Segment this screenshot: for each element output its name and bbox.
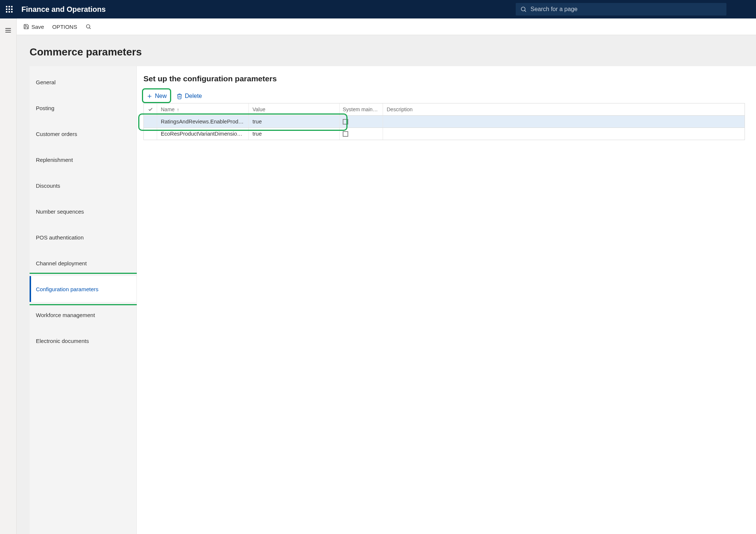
options-label: OPTIONS	[52, 24, 77, 30]
save-button[interactable]: Save	[23, 24, 44, 30]
table-row[interactable]: RatingsAndReviews.EnableProd…true	[143, 116, 745, 128]
svg-rect-5	[11, 8, 13, 10]
sidenav-item[interactable]: Configuration parameters	[30, 276, 136, 302]
sidenav-item[interactable]: Discounts	[30, 173, 136, 198]
action-bar: Save OPTIONS	[17, 18, 756, 35]
col-name[interactable]: Name↑	[157, 103, 249, 115]
sidenav-item[interactable]: Electronic documents	[30, 328, 136, 354]
cell-system[interactable]	[340, 128, 383, 140]
col-description[interactable]: Description	[383, 103, 745, 115]
left-rail	[0, 18, 17, 534]
cell-name[interactable]: EcoResProductVariantDimensio…	[157, 128, 249, 140]
cell-value[interactable]: true	[249, 128, 340, 140]
table-row[interactable]: EcoResProductVariantDimensio…true	[143, 128, 745, 140]
sidenav-item[interactable]: General	[30, 69, 136, 95]
sidenav-item[interactable]: Workforce management	[30, 302, 136, 328]
detail-pane: Set up the configuration parameters New …	[137, 66, 756, 534]
row-select[interactable]	[144, 128, 157, 140]
new-label: New	[155, 93, 167, 99]
grid-toolbar: New Delete	[144, 91, 756, 101]
svg-line-10	[525, 10, 526, 11]
cell-description[interactable]	[383, 116, 745, 127]
top-bar: Finance and Operations	[0, 0, 756, 18]
new-button[interactable]: New	[144, 91, 169, 101]
col-system[interactable]: System maintai…	[340, 103, 383, 115]
svg-rect-6	[6, 11, 7, 13]
search-box[interactable]	[516, 3, 726, 16]
search-icon	[520, 6, 527, 13]
checkbox-icon	[343, 119, 348, 125]
svg-rect-2	[11, 6, 13, 7]
svg-line-15	[89, 28, 91, 29]
sort-asc-icon: ↑	[177, 107, 179, 112]
svg-rect-1	[9, 6, 10, 7]
save-icon	[23, 24, 29, 30]
sidenav-item[interactable]: Number sequences	[30, 198, 136, 224]
grid: Name↑ Value System maintai… Description …	[143, 103, 745, 140]
hamburger-icon[interactable]	[0, 23, 16, 38]
cell-value[interactable]: true	[249, 116, 340, 127]
check-icon	[148, 107, 153, 112]
svg-rect-7	[9, 11, 10, 13]
waffle-icon[interactable]	[0, 0, 18, 18]
svg-rect-3	[6, 8, 7, 10]
checkbox-icon	[343, 131, 348, 137]
cell-description[interactable]	[383, 128, 745, 140]
sidenav-item[interactable]: Channel deployment	[30, 250, 136, 276]
search-icon	[85, 24, 91, 30]
actionbar-search-button[interactable]	[85, 24, 91, 30]
grid-header: Name↑ Value System maintai… Description	[143, 103, 745, 116]
select-all-header[interactable]	[144, 103, 157, 115]
plus-icon	[146, 93, 153, 99]
svg-rect-4	[9, 8, 10, 10]
row-select[interactable]	[144, 116, 157, 127]
cell-system[interactable]	[340, 116, 383, 127]
sidenav-item[interactable]: Posting	[30, 95, 136, 121]
app-title: Finance and Operations	[18, 5, 106, 14]
delete-label: Delete	[185, 93, 202, 99]
col-value[interactable]: Value	[249, 103, 340, 115]
section-title: Set up the configuration parameters	[143, 74, 756, 83]
sidenav-item[interactable]: POS authentication	[30, 224, 136, 250]
cell-name[interactable]: RatingsAndReviews.EnableProd…	[157, 116, 249, 127]
svg-rect-0	[6, 6, 7, 7]
svg-point-9	[521, 7, 525, 11]
page-title: Commerce parameters	[30, 46, 756, 58]
save-label: Save	[31, 24, 44, 30]
svg-point-14	[86, 25, 89, 28]
options-button[interactable]: OPTIONS	[52, 24, 77, 30]
search-input[interactable]	[530, 6, 722, 13]
sidenav-item[interactable]: Customer orders	[30, 121, 136, 147]
trash-icon	[176, 93, 183, 99]
delete-button[interactable]: Delete	[174, 91, 204, 101]
side-nav: GeneralPostingCustomer ordersReplenishme…	[30, 66, 137, 534]
sidenav-item[interactable]: Replenishment	[30, 147, 136, 173]
svg-rect-8	[11, 11, 13, 13]
